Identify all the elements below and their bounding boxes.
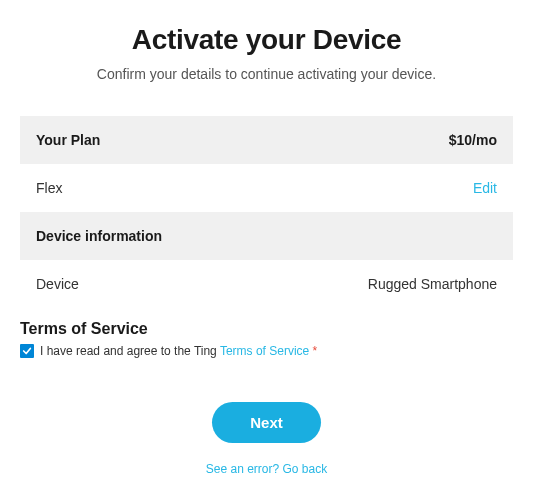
tos-row: I have read and agree to the Ting Terms … bbox=[20, 344, 513, 358]
tos-checkbox[interactable] bbox=[20, 344, 34, 358]
device-row: Device Rugged Smartphone bbox=[20, 260, 513, 308]
checkmark-icon bbox=[22, 346, 32, 356]
plan-section-header: Your Plan $10/mo bbox=[20, 116, 513, 164]
plan-price: $10/mo bbox=[449, 132, 497, 148]
tos-section: Terms of Service I have read and agree t… bbox=[20, 320, 513, 358]
go-back-link[interactable]: See an error? Go back bbox=[206, 462, 327, 476]
page-title: Activate your Device bbox=[20, 24, 513, 56]
plan-name: Flex bbox=[36, 180, 62, 196]
tos-text: I have read and agree to the Ting Terms … bbox=[40, 344, 317, 358]
tos-required-mark: * bbox=[309, 344, 317, 358]
plan-row: Flex Edit bbox=[20, 164, 513, 212]
tos-link[interactable]: Terms of Service bbox=[220, 344, 309, 358]
device-section-label: Device information bbox=[36, 228, 162, 244]
device-section-header: Device information bbox=[20, 212, 513, 260]
tos-heading: Terms of Service bbox=[20, 320, 513, 338]
device-row-value: Rugged Smartphone bbox=[368, 276, 497, 292]
plan-section-label: Your Plan bbox=[36, 132, 100, 148]
edit-plan-link[interactable]: Edit bbox=[473, 180, 497, 196]
page-subtitle: Confirm your details to continue activat… bbox=[20, 66, 513, 82]
device-row-label: Device bbox=[36, 276, 79, 292]
next-button[interactable]: Next bbox=[212, 402, 321, 443]
tos-agree-prefix: I have read and agree to the Ting bbox=[40, 344, 220, 358]
